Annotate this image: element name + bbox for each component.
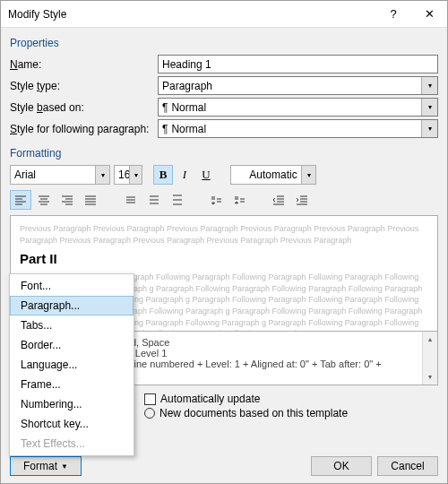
menu-text-effects: Text Effects... [10,434,134,454]
scroll-up-icon[interactable]: ▴ [423,332,437,347]
font-size-select[interactable]: 16 ▾ [114,165,142,185]
line-spacing-1-5-button[interactable] [142,190,164,210]
scroll-down-icon[interactable]: ▾ [423,369,437,385]
format-menu: Font... Paragraph... Tabs... Border... L… [9,273,134,456]
auto-update-label: Automatically update [160,393,260,405]
menu-paragraph[interactable]: Paragraph... [10,296,134,315]
line-spacing-2-button[interactable] [166,190,187,210]
menu-font[interactable]: Font... [10,276,134,296]
space-before-inc-button[interactable] [205,190,227,210]
cancel-button[interactable]: Cancel [377,456,438,476]
preview-sample-text: Part II [20,249,428,268]
line-spacing-1-button[interactable] [119,190,141,210]
style-type-label: Style type: [10,80,158,92]
name-label: Name: [10,58,158,71]
format-button[interactable]: Format▼ [10,456,82,476]
preview-previous-text: Previous Paragraph Previous Paragraph Pr… [20,223,428,246]
name-input[interactable] [158,55,438,73]
pilcrow-icon: ¶ [162,123,168,135]
menu-numbering[interactable]: Numbering... [10,394,134,414]
scope-options: Automatically update New documents based… [144,393,438,419]
menu-border[interactable]: Border... [10,335,134,355]
underline-button[interactable]: U [196,165,216,185]
align-center-button[interactable] [33,190,55,210]
ok-button[interactable]: OK [311,456,372,476]
formatting-section-label: Formatting [10,147,438,160]
align-right-button[interactable] [56,190,78,210]
menu-shortcut[interactable]: Shortcut key... [10,414,134,434]
pilcrow-icon: ¶ [162,101,168,114]
align-left-button[interactable] [10,190,31,210]
menu-language[interactable]: Language... [10,355,134,375]
style-type-select[interactable]: Paragraph ▾ [158,76,438,95]
align-justify-button[interactable] [80,190,101,210]
help-button[interactable]: ? [375,1,411,28]
properties-section-label: Properties [10,37,438,49]
decrease-indent-button[interactable] [268,190,289,210]
following-value: Normal [171,123,206,135]
font-color-select[interactable]: Automatic ▾ [230,165,316,185]
scrollbar[interactable]: ▴ ▾ [422,332,437,385]
font-toolbar: Arial ▾ 16 ▾ B I U Automatic ▾ [10,165,438,185]
based-on-value: Normal [171,101,206,114]
chevron-down-icon: ▾ [95,166,109,184]
italic-button[interactable]: I [175,165,194,185]
chevron-down-icon: ▾ [129,166,142,184]
font-family-value: Arial [14,169,36,181]
modify-style-dialog: Modify Style ? ✕ Properties Name: Style … [0,0,448,484]
dialog-title: Modify Style [8,8,375,21]
following-label: Style for following paragraph: [10,123,158,135]
new-docs-label: New documents based on this template [159,407,348,419]
based-on-label: Style based on: [10,101,158,114]
titlebar: Modify Style ? ✕ [1,1,447,28]
paragraph-toolbar [10,190,438,210]
based-on-select[interactable]: ¶ Normal ▾ [158,98,438,117]
increase-indent-button[interactable] [291,190,313,210]
bold-button[interactable]: B [153,165,173,185]
auto-update-checkbox[interactable] [144,393,156,405]
space-before-dec-button[interactable] [228,190,250,210]
chevron-down-icon: ▾ [421,120,437,137]
style-type-value: Paragraph [162,80,212,92]
chevron-down-icon: ▾ [301,166,315,184]
chevron-down-icon: ▾ [421,77,437,94]
new-docs-radio[interactable] [144,408,155,419]
dialog-footer: Format▼ OK Cancel [10,456,438,476]
chevron-down-icon: ▾ [421,99,437,116]
close-button[interactable]: ✕ [411,1,447,28]
menu-frame[interactable]: Frame... [10,375,134,394]
font-family-select[interactable]: Arial ▾ [10,165,110,185]
following-select[interactable]: ¶ Normal ▾ [158,119,438,138]
menu-tabs[interactable]: Tabs... [10,315,134,335]
